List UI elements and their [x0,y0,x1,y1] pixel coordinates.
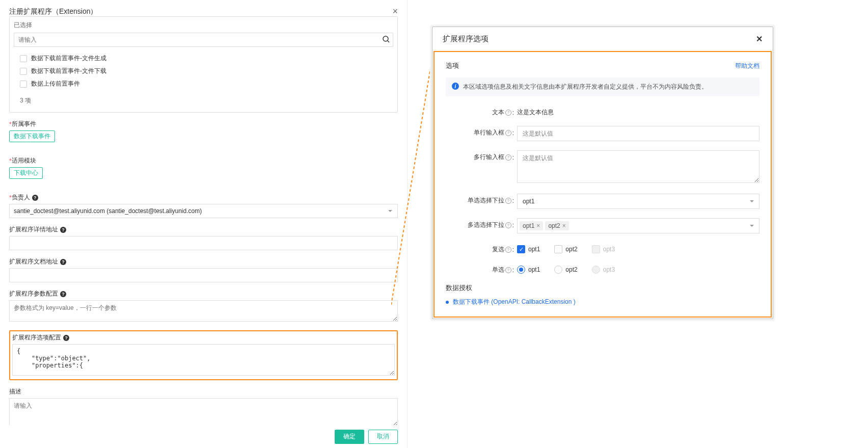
desc-group: 描述 [9,387,398,425]
multi-select-row: 多选选择下拉?: opt1× opt2× [446,218,760,233]
doc-url-label: 扩展程序文档地址? [9,257,398,266]
option-config-textarea[interactable] [12,344,395,376]
help-icon[interactable]: ? [505,130,511,136]
bullet-icon [446,301,449,304]
options-section-header: 选项 帮助文档 [446,61,760,70]
confirm-button[interactable]: 确定 [335,430,364,444]
checkbox-opt2[interactable]: opt2 [554,245,577,253]
chip-remove-icon[interactable]: × [536,222,540,229]
checkbox-icon [592,245,600,253]
checkbox-row: 复选?: opt1 opt2 opt3 [446,243,760,254]
right-title: 扩展程序选项 [443,34,489,44]
applicable-module-group: 适用模块 下载中心 [9,156,398,186]
text-row: 文本?: 这是文本信息 [446,106,760,117]
help-icon[interactable]: ? [505,154,511,161]
applicable-module-tag[interactable]: 下载中心 [9,167,43,179]
auth-item[interactable]: 数据下载事件 (OpenAPI: CallbackExtension ) [446,298,760,306]
param-config-label: 扩展程序参数配置? [9,289,398,298]
option-config-highlight: 扩展程序选项配置? [9,330,398,380]
param-config-group: 扩展程序参数配置? [9,289,398,323]
svg-line-1 [388,41,389,42]
search-input[interactable] [14,33,393,47]
radio-label: 单选?: [446,263,517,274]
single-select-label: 单选选择下拉?: [446,194,517,205]
checkbox-icon[interactable] [554,245,562,253]
checkbox-icon[interactable] [20,68,27,75]
help-icon[interactable]: ? [505,110,511,116]
check-item-0[interactable]: 数据下载前置事件-文件生成 [14,52,393,65]
owner-select[interactable]: santie_doctest@test.aliyunid.com (santie… [9,204,398,218]
cancel-button[interactable]: 取消 [368,430,398,444]
help-icon[interactable]: ? [60,227,66,233]
help-icon[interactable]: ? [505,222,511,228]
help-icon[interactable]: ? [505,267,511,273]
help-icon[interactable]: ? [32,195,38,201]
text-label: 文本?: [446,106,517,117]
checkbox-icon[interactable] [517,245,525,253]
multi-input-label: 多行输入框?: [446,150,517,162]
multi-input-field[interactable] [517,150,760,183]
checkbox-opt1[interactable]: opt1 [517,245,540,253]
belong-event-group: 所属事件 数据下载事件 [9,120,398,149]
checkbox-group: opt1 opt2 opt3 [517,243,760,253]
info-box: i 本区域选项信息及相关文字信息由本扩展程序开发者自定义提供，平台不为内容风险负… [446,77,760,96]
help-icon[interactable]: ? [505,198,511,204]
close-icon[interactable]: × [392,6,398,17]
info-text: 本区域选项信息及相关文字信息由本扩展程序开发者自定义提供，平台不为内容风险负责。 [463,83,708,91]
multi-select-label: 多选选择下拉?: [446,218,517,229]
search-wrap [14,33,393,47]
radio-opt2[interactable]: opt2 [554,266,577,274]
single-select-field[interactable]: opt1 [517,194,760,209]
chip-remove-icon[interactable]: × [562,222,566,229]
register-extension-dialog: 注册扩展程序（Extension） × 已选择 数据下载前置事件-文件生成 数据… [0,0,408,448]
desc-label: 描述 [9,387,398,396]
detail-url-label: 扩展程序详情地址? [9,225,398,234]
multi-input-row: 多行输入框?: [446,150,760,185]
help-icon[interactable]: ? [63,335,69,341]
extension-options-panel: 扩展程序选项 ✕ 选项 帮助文档 i 本区域选项信息及相关文字信息由本扩展程序开… [432,27,773,319]
options-section-title: 选项 [446,61,459,70]
belong-event-tag[interactable]: 数据下载事件 [9,130,55,142]
info-icon: i [452,83,459,90]
search-icon[interactable] [382,35,390,43]
applicable-module-label: 适用模块 [9,156,398,165]
radio-icon[interactable] [554,266,562,274]
single-input-field[interactable] [517,126,760,141]
single-input-row: 单行输入框?: [446,126,760,141]
radio-group: opt1 opt2 opt3 [517,263,760,274]
check-item-1[interactable]: 数据下载前置事件-文件下载 [14,65,393,77]
detail-url-input[interactable] [9,236,398,250]
help-icon[interactable]: ? [505,247,511,253]
dialog-body[interactable]: 已选择 数据下载前置事件-文件生成 数据下载前置事件-文件下载 数据上传前置事件… [0,16,407,425]
doc-url-input[interactable] [9,268,398,282]
check-item-2[interactable]: 数据上传前置事件 [14,77,393,90]
help-icon[interactable]: ? [60,259,66,265]
selected-events-box: 已选择 数据下载前置事件-文件生成 数据下载前置事件-文件下载 数据上传前置事件… [9,16,398,113]
right-body: 选项 帮助文档 i 本区域选项信息及相关文字信息由本扩展程序开发者自定义提供，平… [433,51,772,318]
checkbox-opt3: opt3 [592,245,615,253]
desc-textarea[interactable] [9,398,398,425]
radio-opt3: opt3 [592,266,615,274]
auth-section: 数据授权 数据下载事件 (OpenAPI: CallbackExtension … [446,283,760,306]
checkbox-icon[interactable] [20,81,27,88]
help-icon[interactable]: ? [60,291,66,297]
option-config-label: 扩展程序选项配置? [12,333,395,342]
checkbox-icon[interactable] [20,55,27,62]
auth-title: 数据授权 [446,283,760,293]
chip-opt2: opt2× [545,221,568,230]
radio-icon[interactable] [517,266,525,274]
radio-opt1[interactable]: opt1 [517,266,540,274]
owner-label: 负责人? [9,193,398,202]
text-value: 这是文本信息 [517,106,760,117]
count-text: 3 项 [14,93,393,108]
param-config-textarea[interactable] [9,300,398,322]
single-select-row: 单选选择下拉?: opt1 [446,194,760,209]
help-doc-link[interactable]: 帮助文档 [735,62,760,70]
close-icon[interactable]: ✕ [756,34,763,44]
right-header: 扩展程序选项 ✕ [432,27,773,51]
checkbox-label: 复选?: [446,243,517,254]
doc-url-group: 扩展程序文档地址? [9,257,398,282]
dialog-footer: 确定 取消 [0,425,407,448]
belong-event-label: 所属事件 [9,120,398,128]
multi-select-field[interactable]: opt1× opt2× [517,218,760,233]
